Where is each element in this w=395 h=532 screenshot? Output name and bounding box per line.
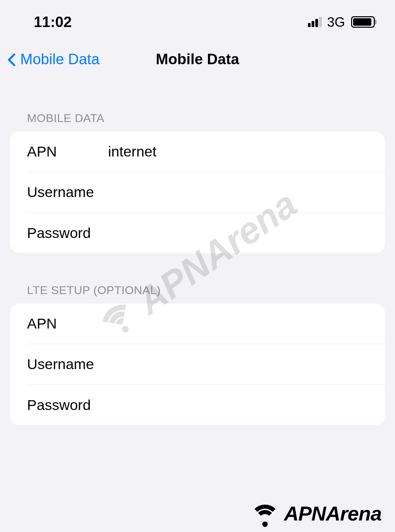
label-lte-apn: APN [27,315,108,332]
branding: APNArena [250,502,381,525]
label-username: Username [27,184,108,200]
input-lte-apn[interactable] [108,315,368,332]
network-type: 3G [327,15,345,30]
section-header-mobile-data: MOBILE DATA [0,81,395,131]
input-password[interactable] [108,225,368,241]
input-apn[interactable] [108,143,368,160]
section-group-lte-setup: APN Username Password [10,304,385,425]
row-lte-password[interactable]: Password [10,385,385,425]
label-lte-username: Username [27,356,108,372]
back-label: Mobile Data [20,51,100,68]
label-apn: APN [27,143,108,160]
label-lte-password: Password [27,397,108,413]
row-username[interactable]: Username [27,172,385,213]
wifi-icon [250,505,281,528]
row-lte-apn[interactable]: APN [27,304,385,344]
status-right: 3G [308,15,375,30]
section-group-mobile-data: APN Username Password [10,131,385,253]
row-apn[interactable]: APN [27,131,385,172]
status-bar: 11:02 3G [0,0,395,41]
status-time: 11:02 [34,14,72,30]
section-header-lte-setup: LTE SETUP (OPTIONAL) [0,253,395,304]
row-lte-username[interactable]: Username [27,344,385,385]
page-title: Mobile Data [156,51,239,68]
row-password[interactable]: Password [10,213,385,253]
input-lte-password[interactable] [108,397,368,413]
battery-icon [351,16,375,28]
back-button[interactable]: Mobile Data [7,51,100,68]
chevron-left-icon [7,51,16,67]
label-password: Password [27,225,108,241]
signal-icon [308,17,322,27]
branding-text: APNArena [284,502,381,525]
input-lte-username[interactable] [108,356,368,372]
nav-bar: Mobile Data Mobile Data [0,41,395,81]
input-username[interactable] [108,184,368,200]
